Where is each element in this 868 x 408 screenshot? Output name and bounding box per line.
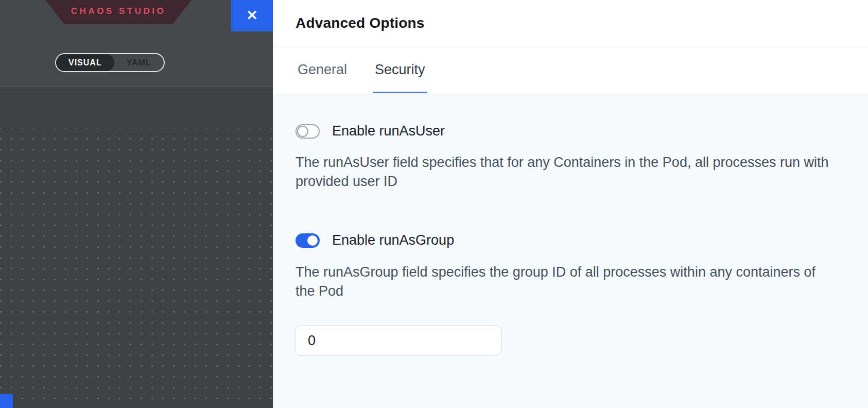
yaml-view-tab[interactable]: YAML: [114, 54, 164, 71]
security-tab-content: Enable runAsUser The runAsUser field spe…: [273, 93, 868, 408]
toggle-knob-icon: [307, 235, 318, 246]
run-as-user-description: The runAsUser field specifies that for a…: [296, 153, 834, 191]
run-as-group-label: Enable runAsGroup: [332, 232, 454, 248]
run-as-group-input[interactable]: [296, 326, 501, 355]
screen: CHAOS STUDIO VISUAL YAML ✕ Advanced Opti…: [0, 0, 868, 408]
logo-text: CHAOS STUDIO: [71, 6, 166, 19]
advanced-options-drawer: Advanced Options General Security Enable…: [273, 0, 868, 408]
view-mode-toggle: VISUAL YAML: [55, 53, 165, 72]
toggle-knob-icon: [297, 126, 308, 137]
canvas-subbar: [0, 88, 273, 128]
drawer-title: Advanced Options: [296, 15, 425, 31]
drawer-tabs: General Security: [273, 46, 868, 93]
tab-general[interactable]: General: [296, 46, 349, 93]
canvas-dotted-grid[interactable]: [0, 128, 273, 408]
run-as-user-row: Enable runAsUser: [296, 123, 843, 139]
run-as-user-label: Enable runAsUser: [332, 123, 445, 139]
chaos-studio-logo: CHAOS STUDIO: [45, 0, 192, 24]
run-as-group-row: Enable runAsGroup: [296, 232, 843, 248]
visual-view-tab[interactable]: VISUAL: [56, 54, 114, 71]
tab-security[interactable]: Security: [373, 46, 427, 93]
close-icon: ✕: [246, 9, 258, 23]
run-as-user-toggle[interactable]: [296, 124, 320, 139]
drawer-close-button[interactable]: ✕: [231, 0, 273, 31]
run-as-group-description: The runAsGroup field specifies the group…: [296, 263, 834, 301]
drawer-header: Advanced Options: [273, 0, 868, 46]
run-as-group-toggle[interactable]: [296, 233, 320, 248]
canvas-corner-control[interactable]: [0, 394, 13, 408]
chaos-studio-canvas: CHAOS STUDIO VISUAL YAML: [0, 0, 273, 408]
